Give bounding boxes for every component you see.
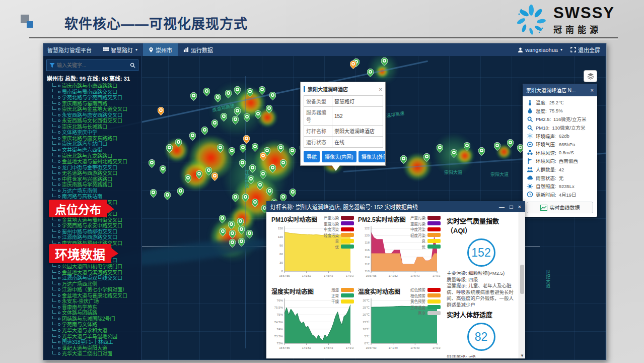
nav-item-1[interactable]: 崇州市	[143, 43, 178, 56]
tree-item[interactable]: 晋康南与学苑东	[51, 305, 139, 311]
streetlight-marker[interactable]	[234, 86, 241, 95]
scrollbar[interactable]: ▼	[519, 212, 525, 358]
streetlight-marker[interactable]	[242, 194, 249, 202]
tree-item[interactable]: 学苑西路与永安中路交叉口	[51, 223, 139, 229]
exit-fullscreen-button[interactable]: 退出全屏	[570, 46, 600, 54]
streetlight-marker[interactable]	[247, 88, 253, 97]
streetlight-marker[interactable]	[269, 92, 276, 100]
streetlight-marker[interactable]	[214, 94, 221, 102]
camera-extranet-button[interactable]: 摄像头(外网)	[359, 151, 385, 162]
streetlight-marker[interactable]	[478, 147, 485, 156]
tree-item[interactable]: 崇庆南路与学苑路路口	[51, 182, 139, 188]
streetlight-marker[interactable]	[201, 127, 208, 135]
streetlight-marker[interactable]	[211, 172, 218, 181]
streetlight-marker[interactable]	[248, 175, 254, 184]
streetlight-marker[interactable]	[221, 113, 227, 122]
streetlight-marker[interactable]	[164, 192, 171, 200]
streetlight-marker[interactable]	[232, 194, 239, 202]
streetlight-marker[interactable]	[464, 142, 470, 151]
streetlight-marker[interactable]	[211, 119, 218, 128]
streetlight-marker[interactable]	[255, 110, 261, 119]
tree-item[interactable]: 崇庆南路与小康西路路口	[51, 83, 139, 89]
streetlight-marker[interactable]	[269, 164, 276, 173]
search-icon[interactable]	[130, 63, 135, 68]
tree-item[interactable]: 光华大道与羊马湿地公园	[51, 334, 139, 340]
streetlight-marker[interactable]	[228, 221, 235, 229]
tree-item[interactable]: 永安东-崇庆广场	[51, 298, 139, 305]
minimize-icon[interactable]: —	[499, 204, 505, 210]
tree-item[interactable]: 金盆地大道与晋康北路交叉口	[51, 293, 139, 299]
streetlight-marker[interactable]	[350, 60, 356, 69]
tree-root[interactable]: 崇州市 总数: 99 在线: 68 离线: 31	[47, 74, 139, 82]
streetlight-marker[interactable]	[243, 135, 250, 144]
scrollbar-down-arrow[interactable]: ▼	[519, 353, 525, 358]
streetlight-marker[interactable]	[507, 139, 514, 148]
streetlight-marker[interactable]	[400, 155, 407, 164]
streetlight-marker[interactable]	[220, 228, 226, 236]
streetlight-marker[interactable]	[259, 86, 265, 95]
realtime-curve-button[interactable]: 实时曲线数据	[527, 202, 593, 213]
streetlight-marker[interactable]	[249, 164, 256, 173]
tree-item[interactable]: 文井街与唐六西街	[51, 147, 139, 153]
streetlight-marker[interactable]	[160, 165, 166, 174]
streetlight-marker[interactable]	[277, 144, 284, 153]
streetlight-marker[interactable]	[175, 139, 182, 147]
tree-item[interactable]: 文体路与团结路	[51, 310, 139, 316]
tree-item[interactable]: 万达广场西北侧	[51, 281, 139, 287]
tree-item[interactable]: 金盆地大道与蜀州北路交叉口	[51, 159, 139, 165]
tree-item[interactable]: 光华大道二绕出口对面	[51, 351, 139, 357]
streetlight-marker[interactable]	[451, 149, 457, 158]
tree-item[interactable]: 江源南路与崇双旦线交叉口	[51, 275, 139, 281]
tree-item[interactable]: 金盆地大道与滨河路交叉口	[51, 270, 139, 276]
tree-item[interactable]: 江源中路（第七小学斜对面）	[51, 287, 139, 293]
tree-item[interactable]: 无名道路与西游路交叉口	[51, 170, 139, 176]
maximize-icon[interactable]: □	[510, 204, 513, 210]
scrollbar-thumb[interactable]	[520, 265, 524, 294]
tree-item[interactable]: 南河路与高铁站南	[51, 194, 139, 200]
nav-item-2[interactable]: 运行数据	[178, 43, 219, 56]
tree-item[interactable]: 江源南路与西游路交叉口	[51, 234, 139, 240]
navigate-button[interactable]: 导航	[304, 151, 320, 162]
streetlight-marker[interactable]	[166, 144, 173, 153]
streetlight-marker[interactable]	[217, 144, 224, 153]
tree-item[interactable]: 崇庆北路汽车站门口	[51, 141, 139, 147]
tree-item[interactable]: 国道318至F1-上林西工	[51, 339, 139, 345]
tree-item[interactable]: 崇庆北路与长城路口	[51, 124, 139, 130]
streetlight-marker[interactable]	[423, 153, 430, 162]
streetlight-marker[interactable]	[246, 230, 253, 238]
streetlight-marker[interactable]	[203, 88, 210, 96]
tree-item[interactable]: 崇庆北路与金盆地大道交叉口	[51, 106, 139, 112]
streetlight-marker[interactable]	[260, 152, 266, 161]
streetlight-marker[interactable]	[238, 238, 245, 247]
streetlight-marker[interactable]	[239, 159, 246, 168]
tree-item[interactable]: 万达广场东南侧	[51, 188, 139, 194]
camera-intranet-button[interactable]: 摄像头(内网)	[322, 151, 356, 162]
tree-item[interactable]: 光华大道与永和大道	[51, 328, 139, 334]
streetlight-marker[interactable]	[196, 170, 202, 179]
nav-item-0[interactable]: 智慧路灯▾	[98, 43, 143, 56]
tree-item[interactable]: 团结路与东城国际2号门	[51, 316, 139, 322]
tree-item[interactable]: 永安西路与文化西街交叉口	[51, 118, 139, 124]
streetlight-marker[interactable]	[225, 90, 232, 98]
streetlight-marker[interactable]	[229, 230, 236, 238]
tree-item[interactable]: 文体路崇庆中学	[51, 130, 139, 136]
streetlight-marker[interactable]	[280, 159, 287, 168]
tree-item[interactable]: 学苑南与文体路	[51, 322, 139, 328]
search-input[interactable]	[57, 63, 128, 68]
tree-item[interactable]: 崇庆南路与蜀南西路	[51, 101, 139, 107]
streetlight-marker[interactable]	[252, 199, 258, 207]
tree-item[interactable]: 蜀州中路与杨柳街交叉口	[51, 229, 139, 235]
tree-item[interactable]: 世纪大道与崇阳大道	[51, 345, 139, 351]
streetlight-marker[interactable]	[381, 57, 388, 66]
close-icon[interactable]: ×	[379, 86, 382, 92]
streetlight-marker[interactable]	[266, 105, 272, 113]
tree-item[interactable]: 学苑北路与学苑西路交叉口	[51, 95, 139, 101]
streetlight-marker[interactable]	[244, 113, 250, 122]
streetlight-marker[interactable]	[257, 182, 263, 190]
streetlight-marker[interactable]	[290, 189, 296, 197]
streetlight-marker[interactable]	[158, 107, 164, 115]
filter-icon[interactable]	[49, 63, 55, 68]
tree-item[interactable]: 中胜世家与兴盛路路口	[51, 176, 139, 183]
streetlight-marker[interactable]	[252, 143, 258, 152]
streetlight-marker[interactable]	[234, 107, 241, 116]
